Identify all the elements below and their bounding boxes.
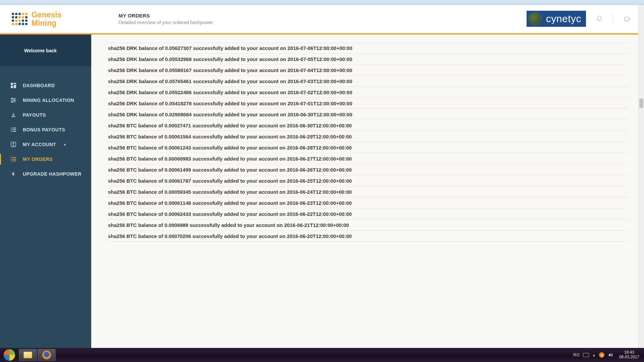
svg-point-18 [13,143,14,144]
taskbar-firefox[interactable] [38,349,56,361]
svg-rect-2 [14,85,16,88]
scrollbar-thumb[interactable] [639,99,643,108]
svg-rect-3 [11,86,13,88]
svg-rect-11 [11,128,12,128]
nav-label: UPGRADE HASHPOWER [23,171,82,177]
order-row: sha256 BTC balance of 0.00027471 success… [106,120,629,131]
order-row: sha256 DRK balance of 0.05532968 success… [106,54,629,65]
svg-point-8 [14,100,15,101]
sliders-icon [11,98,16,103]
order-row: sha256 DRK balance of 0.05418278 success… [106,98,629,109]
keyboard-icon[interactable] [583,353,589,357]
nav-label: DASHBOARD [23,83,55,88]
avatar [529,12,541,25]
power-icon[interactable] [623,15,631,22]
browser-chrome [0,0,644,5]
nav-label: BONUS PAYOUTS [23,127,65,132]
user-icon [11,142,16,147]
tray-app-icon[interactable]: o [599,352,604,358]
logo-dots-icon [12,13,28,25]
start-button[interactable] [0,348,18,362]
nav-mining-allocation[interactable]: MINING ALLOCATION [0,93,91,108]
order-row: sha256 BTC balance of 0.00062433 success… [106,208,629,220]
firefox-icon [42,351,51,359]
svg-rect-14 [12,129,16,130]
windows-icon [3,349,15,361]
nav-label: MY ACCOUNT [23,142,56,147]
nav-my-orders[interactable]: MY ORDERS [0,152,91,167]
chevron-down-icon: ▾ [64,143,66,146]
svg-rect-15 [11,131,12,132]
order-row: sha256 BTC balance of 0.00061787 success… [106,175,629,186]
logo-line1: Genesis [32,11,62,19]
speaker-icon[interactable] [608,352,613,358]
svg-point-9 [11,101,12,102]
folder-icon [23,352,32,358]
order-row: sha256 BTC balance of 0.00061243 success… [106,142,629,153]
system-tray: RO ▲ o 18:43 08.03.2017 [573,350,644,360]
svg-rect-13 [11,129,12,130]
orders-icon [11,157,16,162]
svg-rect-16 [12,131,16,132]
dashboard-icon [11,83,16,88]
tray-expand-icon[interactable]: ▲ [592,353,596,357]
svg-rect-24 [12,161,16,161]
svg-rect-10 [11,116,15,117]
order-row: sha256 DRK balance of 0.05589167 success… [106,65,629,76]
svg-point-7 [12,98,13,99]
order-row: sha256 DRK balance of 0.05522486 success… [106,87,629,98]
divider [613,14,613,23]
svg-rect-22 [12,159,16,160]
order-row: sha256 BTC balance of 0.00059345 success… [106,186,629,197]
logo[interactable]: Genesis Mining [12,11,62,27]
svg-rect-0 [11,83,13,85]
nav-label: MY ORDERS [23,157,53,162]
language-indicator[interactable]: RO [573,353,580,357]
order-row: sha256 BTC balance of 0.00061148 success… [106,197,629,208]
page-title-block: MY ORDERS Detailed overview of your orde… [119,13,213,25]
main-panel: sha256 DRK balance of 0.05627307 success… [91,35,644,348]
username: cynetyc [546,13,581,24]
bolt-icon [11,171,16,177]
order-row: sha256 DRK balance of 0.02908684 success… [106,109,629,120]
svg-rect-1 [14,83,16,84]
order-row: sha256 DRK balance of 0.05765461 success… [106,76,629,87]
svg-rect-23 [11,161,12,161]
download-icon [11,112,16,118]
svg-rect-12 [12,128,16,128]
scrollbar[interactable] [638,5,644,348]
list-icon [11,127,16,132]
clock-date: 08.03.2017 [619,355,639,360]
order-row: sha256 BTC balance of 0.00061499 success… [106,164,629,175]
nav: DASHBOARD MINING ALLOCATION PAYOUTS [0,78,91,181]
order-row: sha256 BTC balance of 0.0006989 successf… [106,220,629,231]
svg-rect-20 [12,157,16,158]
order-row: sha256 BTC balance of 0.00070206 success… [106,231,629,242]
order-row: sha256 BTC balance of 0.00060983 success… [106,153,629,164]
nav-dashboard[interactable]: DASHBOARD [0,78,91,93]
top-bar: Genesis Mining MY ORDERS Detailed overvi… [0,5,644,33]
svg-rect-21 [11,159,12,160]
page-title: MY ORDERS [119,13,213,18]
nav-label: MINING ALLOCATION [23,98,74,103]
nav-upgrade-hashpower[interactable]: UPGRADE HASHPOWER [0,167,91,181]
logo-line2: Mining [32,19,62,27]
order-row: sha256 DRK balance of 0.05627307 success… [106,43,629,54]
nav-payouts[interactable]: PAYOUTS [0,108,91,122]
taskbar-explorer[interactable] [19,349,37,361]
welcome-text: Welcome back [0,35,91,66]
clock-time: 18:43 [619,350,639,355]
user-badge[interactable]: cynetyc [527,11,586,27]
nav-label: PAYOUTS [23,112,46,118]
order-list: sha256 DRK balance of 0.05627307 success… [106,43,629,242]
svg-rect-19 [11,157,12,158]
logo-text: Genesis Mining [32,11,62,27]
clock[interactable]: 18:43 08.03.2017 [616,350,642,360]
sidebar: Welcome back DASHBOARD MINING ALLOCATION [0,35,91,348]
bell-icon[interactable] [596,15,603,22]
taskbar: RO ▲ o 18:43 08.03.2017 [0,348,644,362]
order-row: sha256 BTC balance of 0.00061564 success… [106,131,629,142]
nav-bonus-payouts[interactable]: BONUS PAYOUTS [0,122,91,137]
page-subtitle: Detailed overview of your ordered hashpo… [119,20,213,25]
nav-my-account[interactable]: MY ACCOUNT ▾ [0,137,91,152]
